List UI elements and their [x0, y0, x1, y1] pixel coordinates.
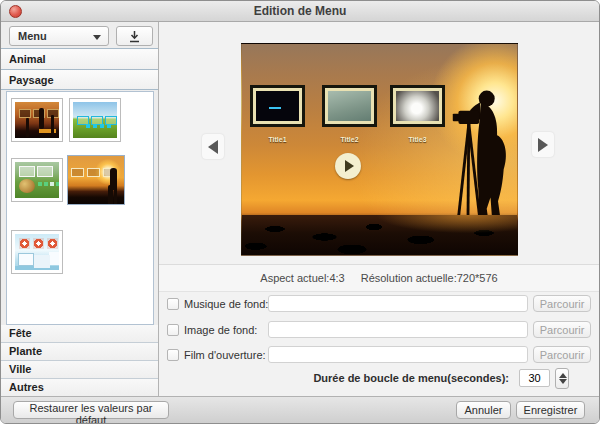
- background-image-row: Image de fond: Parcourir: [159, 321, 599, 341]
- frame-2-title: Title2: [322, 136, 377, 143]
- thumbnail-winter-snow[interactable]: [11, 230, 63, 274]
- thumbnail-green-field[interactable]: [69, 98, 121, 142]
- play-icon: [345, 160, 354, 172]
- thumbnail-art: [15, 234, 59, 270]
- frame-1-title: Title1: [250, 136, 305, 143]
- frame-1-clip: [256, 91, 299, 121]
- category-label: Fête: [9, 327, 32, 339]
- sidebar: Menu Animal Paysage: [1, 22, 159, 396]
- edition-de-menu-dialog: Edition de Menu Menu Animal Paysage: [0, 0, 600, 424]
- background-music-input[interactable]: [268, 295, 528, 312]
- thumbnail-hay-bale[interactable]: [11, 158, 63, 202]
- thumbnail-photographer-sunset-selected[interactable]: [67, 155, 125, 205]
- download-icon: [128, 30, 141, 43]
- background-music-browse-button[interactable]: Parcourir: [533, 295, 591, 312]
- aspect-ratio-text: Aspect actuel:4:3: [260, 272, 344, 284]
- sidebar-item-fete[interactable]: Fête: [1, 325, 158, 343]
- preview-frame-3[interactable]: [390, 85, 445, 127]
- previous-template-button[interactable]: [202, 134, 224, 159]
- background-image-checkbox[interactable]: [167, 324, 179, 336]
- window-title: Edition de Menu: [254, 4, 347, 18]
- menu-dropdown[interactable]: Menu: [9, 26, 109, 46]
- frame-3-title: Title3: [390, 136, 445, 143]
- arrow-left-icon: [208, 140, 218, 154]
- menu-loop-duration-input[interactable]: [519, 369, 550, 387]
- info-strip: Aspect actuel:4:3 Résolution actuelle:72…: [159, 264, 599, 292]
- chevron-down-icon: [93, 35, 101, 40]
- download-template-button[interactable]: [116, 26, 153, 46]
- restore-defaults-button[interactable]: Restaurer les valeurs par défaut: [13, 401, 169, 419]
- opening-film-input[interactable]: [268, 346, 528, 363]
- menu-loop-label: Durée de boucle de menu(secondes):: [313, 367, 509, 389]
- template-thumbnail-panel: [6, 91, 154, 325]
- background-music-row: Musique de fond: Parcourir: [159, 295, 599, 315]
- background-image-input[interactable]: [268, 321, 528, 338]
- sidebar-item-autres[interactable]: Autres: [1, 379, 158, 397]
- menu-dropdown-value: Menu: [18, 30, 47, 42]
- background-image-label: Image de fond:: [184, 321, 257, 339]
- sidebar-item-plante[interactable]: Plante: [1, 343, 158, 361]
- titlebar: Edition de Menu: [1, 1, 599, 22]
- menu-loop-stepper[interactable]: [555, 368, 569, 389]
- thumbnail-art: [73, 102, 117, 138]
- preview-frame-2[interactable]: [322, 85, 377, 127]
- thumbnail-art: [15, 102, 59, 138]
- category-label: Ville: [9, 363, 31, 375]
- mudflat-ground: [242, 215, 517, 255]
- menu-preview: Title1 Title2 Title3: [241, 43, 518, 256]
- cancel-button[interactable]: Annuler: [456, 401, 511, 419]
- sidebar-item-ville[interactable]: Ville: [1, 361, 158, 379]
- thumbnail-art: [15, 162, 59, 198]
- background-image-browse-button[interactable]: Parcourir: [533, 321, 591, 338]
- menu-loop-row: Durée de boucle de menu(secondes):: [159, 367, 599, 389]
- category-list-top: Animal Paysage: [1, 48, 158, 90]
- sidebar-item-paysage[interactable]: Paysage: [1, 69, 158, 90]
- frame-2-clip: [328, 91, 371, 121]
- category-list-bottom: Fête Plante Ville Autres: [1, 325, 158, 397]
- thumbnail-desert-sunset[interactable]: [11, 98, 63, 142]
- stepper-up-icon: [559, 373, 567, 378]
- background-music-label: Musique de fond:: [184, 295, 268, 313]
- arrow-right-icon: [538, 138, 548, 152]
- thumbnail-art: [68, 156, 124, 204]
- footer-bar: Restaurer les valeurs par défaut Annuler…: [1, 396, 599, 423]
- next-template-button[interactable]: [532, 132, 554, 157]
- sidebar-item-animal[interactable]: Animal: [1, 48, 158, 69]
- category-label: Paysage: [9, 74, 54, 86]
- preview-frame-1[interactable]: [250, 85, 305, 127]
- category-label: Animal: [9, 53, 46, 65]
- stepper-down-icon: [559, 379, 567, 384]
- main-panel: Title1 Title2 Title3 Aspe: [159, 22, 599, 396]
- opening-film-row: Film d'ouverture: Parcourir: [159, 346, 599, 366]
- opening-film-checkbox[interactable]: [167, 349, 179, 361]
- opening-film-label: Film d'ouverture:: [184, 346, 266, 364]
- category-label: Autres: [9, 381, 44, 393]
- background-music-checkbox[interactable]: [167, 298, 179, 310]
- play-button[interactable]: [335, 153, 361, 179]
- category-label: Plante: [9, 345, 42, 357]
- close-button[interactable]: [9, 5, 22, 18]
- resolution-text: Résolution actuelle:720*576: [361, 272, 498, 284]
- frame-3-clip: [396, 91, 439, 121]
- opening-film-browse-button[interactable]: Parcourir: [533, 346, 591, 363]
- save-button[interactable]: Enregistrer: [516, 401, 585, 419]
